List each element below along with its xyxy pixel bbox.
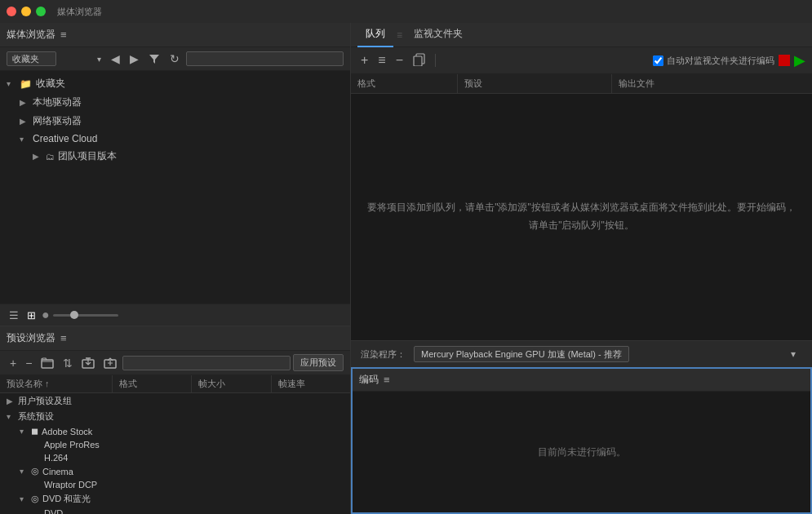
main-layout: 媒体浏览器 ≡ 收藏夹 ▾ ◀ ▶ ↻ [0,23,812,514]
preset-item-apple-prores[interactable]: Apple ProRes [0,438,350,451]
tab-queue[interactable]: 队列 [357,23,393,47]
auto-encode-checkbox[interactable] [653,55,663,66]
queue-add-button[interactable]: + [357,53,371,68]
preset-col-format[interactable]: 格式 [113,375,192,392]
h264-label: H.264 [44,453,68,463]
preset-sort-button[interactable]: ⇅ [60,355,76,371]
encoding-menu-icon[interactable]: ≡ [384,374,390,386]
grid-view-button[interactable]: ⊞ [24,308,38,322]
preset-remove-button[interactable]: − [22,355,35,371]
preset-item-dvd-bluray[interactable]: ▾ ◎ DVD 和蓝光 [0,491,350,507]
system-presets-label: 系统预设 [18,410,54,423]
media-browser-title: 媒体浏览器 [7,28,55,42]
preset-search-input[interactable] [122,356,291,370]
preset-import-button[interactable] [78,356,98,370]
tree-arrow-creative-cloud: ▾ [20,135,33,144]
browser-search-input[interactable] [186,51,344,66]
dvd-label: DVD [44,508,63,514]
queue-empty-area: 要将项目添加到队列，请单击"添加源"按钮或者从媒体浏览器或桌面将文件拖到此处。要… [351,94,812,340]
maximize-button[interactable] [36,7,46,16]
preset-folder-button[interactable] [38,356,57,370]
queue-col-output: 输出文件 [612,74,812,93]
tree-item-creative-cloud[interactable]: ▾ Creative Cloud [0,131,350,147]
queue-duplicate-button[interactable] [410,52,429,69]
tree-item-network-drives[interactable]: ▶ 网络驱动器 [0,112,350,131]
preset-col-framesize[interactable]: 帧大小 [192,375,271,392]
adobe-stock-label: Adobe Stock [42,427,92,436]
queue-remove-button[interactable]: − [393,53,406,68]
encoding-header: 编码 ≡ [353,369,810,392]
render-engine-select-wrap: Mercury Playback Engine GPU 加速 (Metal) -… [414,346,802,362]
tree-label-local-drives: 本地驱动器 [33,95,82,109]
tab-separator: ≡ [397,29,402,41]
media-browser-tree: ▾ 📁 收藏夹 ▶ 本地驱动器 ▶ 网络驱动器 ▾ Creative Clo [0,71,350,304]
circle-icon: ● [42,308,50,322]
tab-bar: 队列 ≡ 监视文件夹 [351,23,812,47]
media-browser-menu-icon[interactable]: ≡ [60,29,67,41]
thumbnail-size-slider[interactable] [53,314,118,317]
tab-watch-folder[interactable]: 监视文件夹 [406,23,471,47]
close-button[interactable] [7,7,16,16]
preset-group-system[interactable]: ▾ 系统预设 [0,409,350,424]
arrow-dvd: ▾ [20,494,31,503]
tree-label-network-drives: 网络驱动器 [33,114,82,128]
preset-add-button[interactable]: + [7,355,20,371]
stop-button[interactable] [779,55,790,66]
media-browser-toolbar: 收藏夹 ▾ ◀ ▶ ↻ [0,47,350,71]
render-engine-label: 渲染程序： [361,348,406,361]
preset-export-button[interactable] [100,356,120,370]
preset-group-user[interactable]: ▶ 用户预设及组 [0,393,350,409]
svg-rect-5 [414,56,422,66]
media-browser-footer: ☰ ⊞ ● [0,304,350,326]
media-browser: 媒体浏览器 ≡ 收藏夹 ▾ ◀ ▶ ↻ [0,23,350,326]
encoding-empty-text: 目前尚未进行编码。 [538,445,626,459]
browser-location-dropdown[interactable]: 收藏夹 [7,51,56,66]
preset-item-h264[interactable]: H.264 [0,451,350,464]
queue-col-preset: 预设 [458,74,612,93]
preset-item-dvd[interactable]: DVD [0,507,350,514]
queue-divider [435,54,436,67]
dvd-icon: ◎ [31,494,39,504]
list-view-button[interactable]: ☰ [7,308,21,322]
left-panel: 媒体浏览器 ≡ 收藏夹 ▾ ◀ ▶ ↻ [0,23,351,514]
tree-arrow-favorites: ▾ [7,79,20,88]
tree-item-favorites[interactable]: ▾ 📁 收藏夹 [0,74,350,93]
encoding-panel: 编码 ≡ 目前尚未进行编码。 [351,367,812,514]
browser-back-button[interactable]: ◀ [108,51,123,67]
preset-item-cinema[interactable]: ▾ ◎ Cinema [0,464,350,478]
preset-browser-header: 预设浏览器 ≡ [0,326,350,351]
minimize-button[interactable] [21,7,31,16]
render-engine-select[interactable]: Mercury Playback Engine GPU 加速 (Metal) -… [414,346,629,362]
preset-item-adobe-stock[interactable]: ▾ ◼ Adobe Stock [0,424,350,438]
tree-item-local-drives[interactable]: ▶ 本地驱动器 [0,93,350,112]
arrow-system-presets: ▾ [7,412,18,421]
window-title: 媒体浏览器 [57,6,102,18]
apply-preset-button[interactable]: 应用预设 [293,354,344,371]
queue-list-button[interactable]: ≡ [375,53,388,68]
browser-refresh-button[interactable]: ↻ [166,51,183,67]
preset-col-name[interactable]: 预设名称 ↑ [0,375,113,392]
folder-icon: 📁 [20,78,32,90]
tree-arrow-network-drives: ▶ [20,117,33,126]
preset-toolbar: + − ⇅ [0,351,350,375]
wraptor-label: Wraptor DCP [44,480,97,490]
auto-encode-label[interactable]: 自动对监视文件夹进行编码 [653,55,774,67]
browser-filter-button[interactable] [145,51,163,66]
encoding-title: 编码 [359,373,379,387]
preset-browser-menu-icon[interactable]: ≡ [60,332,67,344]
cinema-label: Cinema [42,467,73,476]
tree-item-team-projects[interactable]: ▶ 🗂 团队项目版本 [0,147,350,166]
preset-column-headers: 预设名称 ↑ 格式 帧大小 帧速率 [0,375,350,393]
encoding-empty-area: 目前尚未进行编码。 [353,392,810,512]
tree-label-favorites: 收藏夹 [36,77,65,91]
browser-forward-button[interactable]: ▶ [126,51,142,67]
tree-arrow-team-projects: ▶ [33,152,46,161]
preset-col-framerate[interactable]: 帧速率 [272,375,350,392]
cinema-icon: ◎ [31,466,39,476]
arrow-adobe-stock: ▾ [20,427,31,436]
queue-toolbar: + ≡ − 自动对监视文件夹进行编码 ▶ [351,47,812,74]
preset-browser: 预设浏览器 ≡ + − ⇅ [0,326,350,514]
arrow-cinema: ▾ [20,467,31,476]
start-queue-button[interactable]: ▶ [794,51,805,69]
preset-item-wraptor[interactable]: Wraptor DCP [0,478,350,491]
